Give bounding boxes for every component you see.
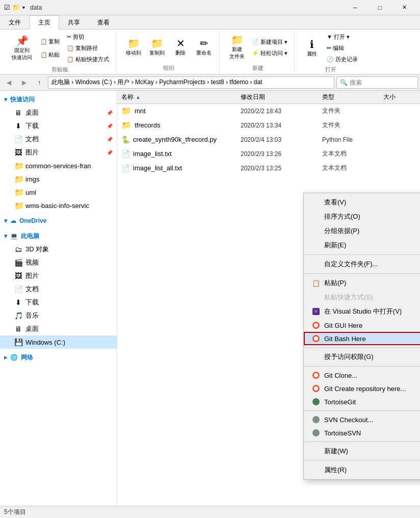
address-path[interactable]: 此电脑 › Windows (C:) › 用户 › McKay › Pychar… xyxy=(48,76,334,89)
copy-button[interactable]: 📋 复制 xyxy=(37,35,63,48)
ctx-open-vs[interactable]: V 在 Visual Studio 中打开(V) xyxy=(304,304,420,319)
move-to-button[interactable]: 📁 移动到 xyxy=(122,36,145,59)
easy-access-button[interactable]: ⚡ 轻松访问 ▾ xyxy=(249,48,290,59)
file-row-imagelistall[interactable]: 📄 image_list_all.txt 2020/2/3 13:25 文本文档 xyxy=(117,161,420,175)
imagelistall-date: 2020/2/3 13:25 xyxy=(237,165,318,172)
close-button[interactable]: ✕ xyxy=(392,0,416,15)
sidebar-item-docs-pc[interactable]: 📄 文档 xyxy=(0,282,117,296)
sidebar-item-desktop-pc[interactable]: 🖥 桌面 xyxy=(0,322,117,335)
ctx-tortoise-git[interactable]: TortoiseGit › xyxy=(304,395,420,408)
search-input[interactable] xyxy=(350,79,414,86)
ctx-customize[interactable]: 自定义文件夹(F)... xyxy=(304,257,420,271)
sidebar-section-onedrive[interactable]: ▾ ☁ OneDrive xyxy=(0,214,117,227)
col-name[interactable]: 名称 ▲ xyxy=(117,93,237,101)
pin-quick-access-button[interactable]: 📌 固定到快速访问 xyxy=(8,33,36,64)
delete-button[interactable]: ✕ 删除 xyxy=(169,36,192,59)
open-col: ▼ 打开 ▾ ✏ 编辑 🕐 历史记录 xyxy=(324,32,360,65)
arrow-icon: ▾ xyxy=(22,5,25,10)
desktop-pc-icon: 🖥 xyxy=(14,325,22,333)
sidebar-item-wms[interactable]: 📁 wms-basic-info-servic xyxy=(0,199,117,212)
svn-checkout-icon xyxy=(312,416,320,424)
ctx-paste[interactable]: 📋 粘贴(P) xyxy=(304,276,420,290)
search-box[interactable]: 🔍 xyxy=(336,76,418,89)
sidebar-item-pictures-pc[interactable]: 🖼 图片 xyxy=(0,269,117,282)
tfrecords-date: 2020/2/3 13:34 xyxy=(237,122,318,129)
ctx-properties[interactable]: 属性(R) xyxy=(304,463,420,477)
col-type[interactable]: 类型 xyxy=(318,93,379,101)
file-list-header: 名称 ▲ 修改日期 类型 大小 xyxy=(117,91,420,104)
copy-to-button[interactable]: 📁 复制到 xyxy=(146,36,168,59)
ctx-grant-access[interactable]: 授予访问权限(G) › xyxy=(304,350,420,364)
sidebar-section-quick-access[interactable]: ▾ 快速访问 xyxy=(0,93,117,106)
maximize-button[interactable]: □ xyxy=(368,0,391,15)
sidebar-item-downloads-quick[interactable]: ⬇ 下载 📌 xyxy=(0,119,117,133)
ctx-customize-label: 自定义文件夹(F)... xyxy=(324,260,378,269)
tab-file[interactable]: 文件 xyxy=(0,15,30,30)
file-row-tfrecords[interactable]: 📁 tfrecords 2020/2/3 13:34 文件夹 xyxy=(117,118,420,133)
sidebar-item-imgs[interactable]: 📁 imgs xyxy=(0,172,117,186)
paste-shortcut-button[interactable]: 📋 粘贴快捷方式 xyxy=(64,54,112,65)
history-button[interactable]: 🕐 历史记录 xyxy=(324,54,360,65)
window-controls: ─ □ ✕ xyxy=(344,0,416,15)
sidebar-item-docs-quick[interactable]: 📄 文档 📌 xyxy=(0,133,117,146)
ctx-sep2 xyxy=(304,273,420,274)
sidebar-item-3d[interactable]: 🗂 3D 对象 xyxy=(0,243,117,256)
folder-imgs-icon: 📁 xyxy=(14,174,22,184)
music-label: 音乐 xyxy=(25,311,39,320)
sidebar-item-uml[interactable]: 📁 uml xyxy=(0,186,117,199)
rename-button[interactable]: ✏ 重命名 xyxy=(193,36,215,59)
edit-button[interactable]: ✏ 编辑 xyxy=(324,43,360,54)
file-row-mnt[interactable]: 📁 mnt 2020/2/2 18:43 文件夹 xyxy=(117,104,420,118)
sidebar: ▾ 快速访问 🖥 桌面 📌 ⬇ 下载 📌 📄 文档 📌 🖼 图片 📌 📁 com… xyxy=(0,91,117,506)
ctx-group[interactable]: 分组依据(P) › xyxy=(304,224,420,238)
cut-button[interactable]: ✂ 剪切 xyxy=(64,32,112,42)
ctx-refresh[interactable]: 刷新(E) xyxy=(304,238,420,252)
ctx-sep7 xyxy=(304,460,420,461)
back-button[interactable]: ◀ xyxy=(2,76,15,89)
col-date[interactable]: 修改日期 xyxy=(237,93,318,101)
ctx-sep3 xyxy=(304,347,420,348)
ctx-tortoise-svn[interactable]: TortoiseSVN › xyxy=(304,426,420,439)
downloads-pc-label: 下载 xyxy=(25,298,39,307)
cut-icon: ✂ xyxy=(67,34,71,40)
new-folder-button[interactable]: 📁 新建文件夹 xyxy=(226,32,248,63)
title-bar-icons: ☑ 📁 ▾ xyxy=(4,4,25,11)
ctx-git-clone[interactable]: Git Clone... xyxy=(304,369,420,382)
tab-share[interactable]: 共享 xyxy=(59,15,89,30)
pictures-icon: 🖼 xyxy=(14,148,22,157)
col-size[interactable]: 大小 xyxy=(379,93,420,101)
ctx-svn-checkout[interactable]: SVN Checkout... xyxy=(304,413,420,426)
sidebar-item-downloads-pc[interactable]: ⬇ 下载 xyxy=(0,296,117,309)
open-button[interactable]: ▼ 打开 ▾ xyxy=(324,32,360,42)
sidebar-item-video[interactable]: 🎬 视频 xyxy=(0,256,117,269)
ctx-git-create[interactable]: Git Create repository here... xyxy=(304,382,420,395)
new-item-button[interactable]: 📄 新建项目 ▾ xyxy=(249,37,290,47)
imgs-label: imgs xyxy=(25,175,39,183)
ctx-git-bash[interactable]: Git Bash Here xyxy=(304,332,420,345)
tab-home[interactable]: 主页 xyxy=(30,15,59,30)
sidebar-item-common-services[interactable]: 📁 common-services-fran xyxy=(0,159,117,172)
minimize-button[interactable]: ─ xyxy=(344,0,367,15)
ctx-paste-label: 粘贴(P) xyxy=(324,278,346,288)
paste-button[interactable]: 📋 粘贴 xyxy=(37,48,63,61)
tab-view[interactable]: 查看 xyxy=(89,15,118,30)
sidebar-item-pictures-quick[interactable]: 🖼 图片 📌 xyxy=(0,146,117,159)
ctx-new[interactable]: 新建(W) › xyxy=(304,444,420,458)
copy-paste-col: 📋 复制 📋 粘贴 xyxy=(37,35,63,61)
forward-button[interactable]: ▶ xyxy=(17,76,31,89)
sidebar-item-music[interactable]: 🎵 音乐 xyxy=(0,309,117,322)
ctx-git-bash-label: Git Bash Here xyxy=(324,335,366,343)
docs-pc-icon: 📄 xyxy=(14,285,22,293)
file-row-imagelist[interactable]: 📄 image_list.txt 2020/2/3 13:26 文本文档 xyxy=(117,147,420,161)
sidebar-item-windows-c[interactable]: 💾 Windows (C:) xyxy=(0,335,117,349)
properties-button[interactable]: ℹ 属性 xyxy=(301,37,323,60)
sidebar-item-desktop-quick[interactable]: 🖥 桌面 📌 xyxy=(0,106,117,119)
up-button[interactable]: ↑ xyxy=(33,76,46,89)
ctx-view[interactable]: 查看(V) › xyxy=(304,195,420,210)
copy-path-button[interactable]: 📋 复制路径 xyxy=(64,43,112,54)
file-row-py[interactable]: 🐍 create_synth90k_tfrecord.py 2020/2/4 1… xyxy=(117,133,420,147)
ctx-sort[interactable]: 排序方式(O) › xyxy=(304,210,420,224)
sidebar-section-network[interactable]: ▸ 🌐 网络 xyxy=(0,351,117,364)
ctx-git-gui[interactable]: Git GUI Here xyxy=(304,319,420,332)
sidebar-section-this-pc[interactable]: ▾ 💻 此电脑 xyxy=(0,229,117,243)
